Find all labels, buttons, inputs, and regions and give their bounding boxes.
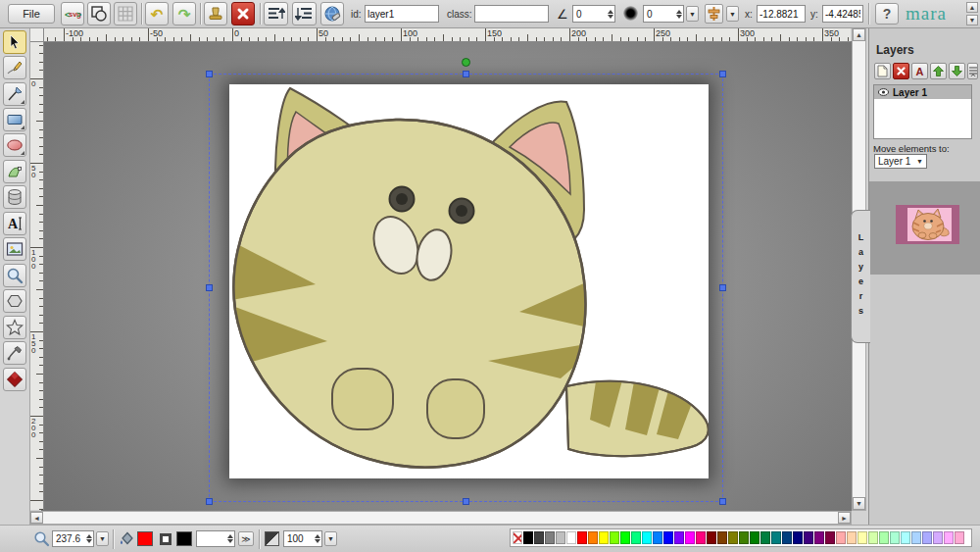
redo-button[interactable]: ↷ (172, 2, 196, 25)
stroke-color-swatch[interactable] (176, 531, 192, 546)
palette-swatch[interactable] (793, 531, 803, 544)
move-layer-up-button[interactable] (930, 63, 947, 79)
angle-stepper[interactable] (606, 6, 614, 22)
tool-shape-library[interactable] (3, 185, 26, 209)
source-editor-button[interactable]: < svg > (61, 2, 84, 25)
palette-swatch[interactable] (523, 531, 533, 544)
tool-mara-diamond[interactable] (3, 368, 26, 391)
palette-swatch[interactable] (588, 531, 598, 544)
palette-swatch[interactable] (696, 531, 706, 544)
palette-swatch[interactable] (631, 531, 641, 544)
opacity-dropdown-button[interactable]: ▼ (324, 531, 337, 546)
wireframe-button[interactable] (87, 2, 111, 25)
move-elements-select[interactable]: Layer 1 ▼ (874, 154, 927, 169)
palette-swatch[interactable] (739, 531, 749, 544)
palette-swatch[interactable] (685, 531, 695, 544)
palette-swatch[interactable] (545, 531, 555, 544)
zoom-stepper[interactable] (84, 531, 93, 546)
tool-image[interactable] (3, 237, 26, 261)
layer-row[interactable]: Layer 1 (874, 85, 971, 99)
palette-swatch[interactable] (750, 531, 760, 544)
palette-swatch[interactable] (610, 531, 619, 544)
palette-swatch[interactable] (771, 531, 781, 544)
palette-swatch[interactable] (901, 531, 910, 544)
y-coordinate-input[interactable] (822, 5, 863, 23)
palette-swatch[interactable] (858, 531, 867, 544)
opacity-stepper[interactable] (313, 531, 321, 546)
delete-layer-button[interactable] (893, 63, 909, 79)
tool-text[interactable]: A (3, 212, 26, 235)
zoom-spinner[interactable]: 237.6 (52, 530, 94, 547)
palette-swatch[interactable] (804, 531, 813, 544)
grid-button[interactable] (114, 2, 137, 25)
delete-button[interactable] (231, 2, 255, 25)
palette-swatch[interactable] (825, 531, 835, 544)
scroll-left-button[interactable]: ◄ (30, 512, 43, 524)
asset-thumbnail[interactable] (896, 205, 959, 244)
palette-swatch[interactable] (566, 531, 576, 544)
tool-select[interactable] (3, 30, 26, 54)
help-button[interactable]: ? (875, 3, 899, 25)
blur-dropdown-button[interactable]: ▼ (686, 6, 699, 22)
palette-swatch-none[interactable] (513, 531, 522, 544)
align-relative-button[interactable] (705, 4, 723, 24)
palette-swatch[interactable] (847, 531, 857, 544)
element-class-input[interactable] (474, 5, 549, 23)
palette-swatch[interactable] (599, 531, 609, 544)
tool-zoom[interactable] (3, 264, 26, 287)
x-coordinate-input[interactable] (757, 5, 806, 23)
palette-swatch[interactable] (836, 531, 846, 544)
tool-line[interactable] (3, 82, 26, 106)
move-layer-down-button[interactable] (949, 63, 965, 79)
align-dropdown-button[interactable]: ▼ (726, 6, 739, 22)
blur-spinner[interactable]: 0 (643, 5, 684, 23)
align-top-button[interactable] (264, 2, 288, 25)
stroke-width-stepper[interactable] (225, 531, 234, 546)
palette-swatch[interactable] (814, 531, 824, 544)
zoom-dropdown-button[interactable]: ▼ (96, 531, 109, 546)
layer-visibility-eye-icon[interactable] (878, 88, 889, 96)
palette-swatch[interactable] (728, 531, 738, 544)
palette-swatch[interactable] (879, 531, 889, 544)
fill-color-swatch[interactable] (137, 531, 153, 546)
palette-swatch[interactable] (534, 531, 544, 544)
palette-swatch[interactable] (620, 531, 630, 544)
palette-swatch[interactable] (890, 531, 900, 544)
palette-swatch[interactable] (911, 531, 921, 544)
palette-swatch[interactable] (642, 531, 652, 544)
palette-swatch[interactable] (556, 531, 565, 544)
palette-swatch[interactable] (760, 531, 770, 544)
palette-swatch[interactable] (868, 531, 878, 544)
tool-path[interactable] (3, 160, 26, 183)
new-layer-button[interactable] (874, 63, 891, 79)
svg-canvas[interactable] (229, 84, 709, 478)
undo-button[interactable]: ↶ (145, 2, 169, 25)
palette-swatch[interactable] (782, 531, 792, 544)
tool-pencil[interactable] (3, 56, 26, 79)
palette-swatch[interactable] (717, 531, 727, 544)
palette-swatch[interactable] (933, 531, 943, 544)
tool-eyedropper[interactable] (3, 341, 26, 365)
tool-ellipse[interactable] (3, 133, 26, 157)
toolbar-scroll-up-button[interactable]: ▲ (966, 2, 978, 13)
tool-rectangle[interactable] (3, 108, 26, 131)
clone-button[interactable] (204, 2, 227, 25)
scroll-up-button[interactable]: ▲ (853, 28, 865, 41)
align-bottom-button[interactable] (292, 2, 317, 25)
layer-more-button[interactable] (967, 63, 978, 79)
file-menu-button[interactable]: File (8, 4, 55, 24)
hyperlink-button[interactable] (320, 2, 344, 25)
blur-stepper[interactable] (674, 6, 683, 22)
tool-polygon[interactable] (3, 289, 26, 313)
palette-swatch[interactable] (663, 531, 673, 544)
palette-swatch[interactable] (577, 531, 587, 544)
angle-spinner[interactable]: 0 (572, 5, 615, 23)
scroll-right-button[interactable]: ► (838, 512, 851, 524)
stroke-width-spinner[interactable] (196, 530, 235, 547)
stroke-style-button[interactable]: ≫ (238, 531, 254, 546)
palette-swatch[interactable] (674, 531, 684, 544)
tool-star[interactable] (3, 316, 26, 339)
layers-panel-toggle-tab[interactable]: Layers (851, 210, 870, 343)
palette-swatch[interactable] (653, 531, 662, 544)
palette-swatch[interactable] (944, 531, 954, 544)
